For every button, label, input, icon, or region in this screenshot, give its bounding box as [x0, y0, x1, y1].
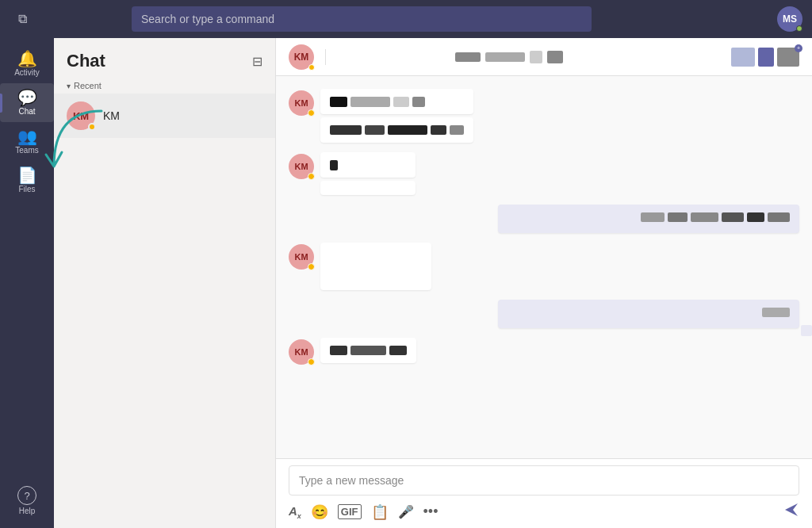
msg-avatar-status-2	[308, 173, 315, 180]
sidebar-item-help[interactable]: ? Help	[0, 480, 54, 522]
help-icon: ?	[17, 486, 36, 505]
message-row-5	[289, 300, 799, 328]
chat-icon: 💬	[17, 90, 37, 105]
contact-status-dot	[88, 123, 96, 131]
chevron-icon: ▾	[67, 82, 71, 90]
b	[330, 160, 338, 170]
input-toolbar: Ax 😊 GIF 📋 🎤 •••	[276, 499, 812, 528]
contact-avatar: KM	[67, 101, 95, 130]
teams-icon: 👥	[17, 128, 37, 144]
format-text-icon[interactable]: Ax	[289, 504, 301, 520]
chat-list-item[interactable]: KM KM	[54, 94, 275, 138]
msg-avatar-status-6	[308, 358, 315, 365]
messages-scroll[interactable]: KM	[276, 76, 812, 458]
b	[691, 212, 718, 222]
header-block-2	[485, 52, 525, 62]
sidebar-item-chat[interactable]: 💬 Chat	[0, 83, 54, 122]
b	[762, 308, 790, 317]
more-options-icon[interactable]: •••	[423, 503, 439, 520]
message-row-4: KM	[289, 243, 799, 290]
msg-avatar-2: KM	[289, 154, 314, 179]
header-separator	[325, 49, 326, 65]
online-dot	[796, 25, 802, 32]
section-recent: ▾ Recent	[54, 78, 275, 94]
msg-avatar-1: KM	[289, 90, 314, 116]
filter-icon[interactable]: ⊟	[252, 54, 262, 69]
header-action-3[interactable]: +	[777, 48, 799, 67]
files-icon: 📄	[17, 167, 37, 183]
msg-line-1b	[330, 124, 464, 136]
msg-line-5a	[762, 306, 790, 319]
b	[641, 212, 665, 222]
msg-line-2a	[330, 159, 406, 171]
message-area: KM +	[276, 38, 812, 528]
msg-header-avatar: KM	[289, 44, 314, 70]
b	[365, 125, 385, 135]
msg-line-6a	[330, 344, 407, 357]
msg-line-1a	[330, 95, 464, 108]
b	[393, 97, 409, 107]
message-row-1: KM	[289, 89, 799, 143]
header-block-4	[547, 51, 563, 63]
msg-avatar-status-4	[308, 263, 315, 270]
msg-line-3a	[641, 211, 790, 224]
chat-panel-header: Chat ⊟	[54, 38, 275, 78]
msg-bubble-2	[320, 152, 416, 178]
message-input[interactable]: Type a new message	[289, 465, 799, 495]
b	[722, 212, 744, 222]
msg-bubble-4	[320, 243, 431, 290]
gif-icon[interactable]: GIF	[338, 504, 362, 519]
message-row-2: KM	[289, 152, 799, 195]
sent-indicator	[801, 325, 812, 336]
msg-avatar-4: KM	[289, 244, 314, 270]
top-bar: ⧉ Search or type a command MS	[0, 0, 812, 38]
msg-bubble-1	[320, 89, 473, 114]
b	[330, 346, 347, 355]
b	[747, 212, 764, 222]
msg-bubble-2b	[320, 181, 416, 195]
sidebar-nav: 🔔 Activity 💬 Chat 👥 Teams 📄 Files ? Help	[0, 38, 54, 528]
b	[350, 346, 386, 355]
message-row-6: KM	[289, 338, 799, 365]
b	[768, 212, 790, 222]
audio-icon[interactable]: 🎤	[398, 504, 414, 519]
b	[668, 212, 688, 222]
search-placeholder: Search or type a command	[141, 13, 274, 25]
chat-panel: Chat ⊟ ▾ Recent KM KM	[54, 38, 276, 528]
b	[431, 125, 446, 135]
message-row-3	[289, 205, 799, 233]
header-block-3	[530, 51, 542, 63]
sticker-icon[interactable]: 📋	[371, 503, 389, 521]
msg-bubble-1b	[320, 117, 473, 143]
activity-icon: 🔔	[17, 51, 37, 67]
input-area: Type a new message Ax 😊 GIF 📋 🎤 •••	[276, 458, 812, 528]
sidebar-item-teams[interactable]: 👥 Teams	[0, 122, 54, 161]
sidebar-item-activity[interactable]: 🔔 Activity	[0, 44, 54, 83]
b	[412, 97, 425, 107]
msg-header-status-dot	[308, 64, 315, 71]
header-action-2[interactable]	[758, 48, 774, 67]
send-button[interactable]	[783, 502, 799, 522]
msg-bubble-3	[498, 205, 799, 233]
user-avatar[interactable]: MS	[777, 6, 802, 32]
chat-panel-title: Chat	[67, 51, 105, 71]
message-header: KM +	[276, 38, 812, 76]
msg-bubble-6	[320, 338, 416, 363]
msg-bubble-5	[498, 300, 799, 328]
search-bar[interactable]: Search or type a command	[132, 6, 592, 32]
header-action-1[interactable]	[731, 48, 755, 67]
b	[388, 125, 427, 135]
sidebar-item-files[interactable]: 📄 Files	[0, 161, 54, 200]
emoji-icon[interactable]: 😊	[311, 503, 328, 521]
msg-header-actions: +	[455, 48, 799, 67]
b	[389, 346, 407, 355]
main-area: 🔔 Activity 💬 Chat 👥 Teams 📄 Files ? Help…	[0, 38, 812, 528]
msg-avatar-6: KM	[289, 339, 314, 365]
b	[450, 125, 464, 135]
contact-name: KM	[103, 109, 120, 122]
b	[330, 125, 362, 135]
b	[350, 97, 390, 107]
msg-avatar-status-1	[308, 109, 315, 117]
header-block-1	[455, 52, 481, 62]
expand-icon[interactable]: ⧉	[10, 6, 35, 32]
